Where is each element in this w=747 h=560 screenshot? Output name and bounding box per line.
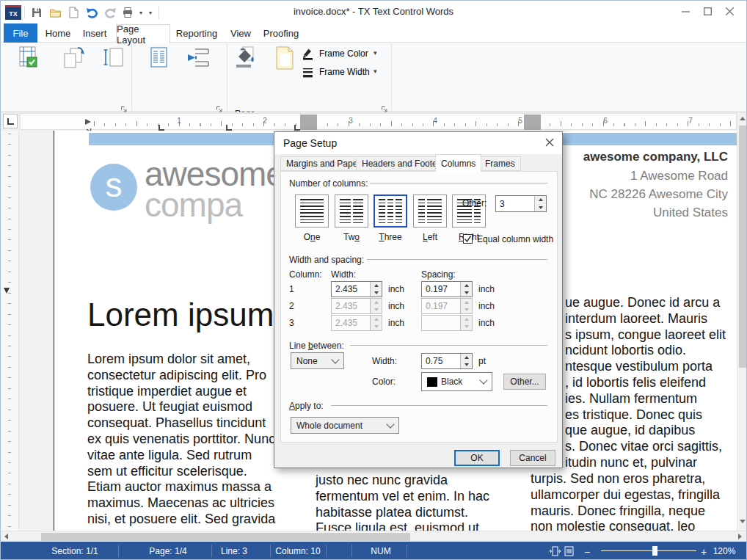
column1-width-spinner[interactable]: 2.435 xyxy=(331,281,382,297)
width-unit: inch xyxy=(388,301,404,311)
equal-column-width-checkbox[interactable] xyxy=(463,234,473,244)
status-separator xyxy=(351,545,352,557)
status-separator xyxy=(211,545,212,557)
columns-preset-three[interactable] xyxy=(374,194,407,228)
zoom-slider-thumb[interactable] xyxy=(652,546,657,556)
dialog-title-bar[interactable]: Page Setup xyxy=(274,132,562,154)
line-color-dropdown[interactable]: Black xyxy=(421,372,492,391)
spacing-unit: inch xyxy=(478,318,495,328)
tab-reporting[interactable]: Reporting xyxy=(173,24,220,43)
close-button[interactable] xyxy=(718,3,740,19)
maximize-button[interactable] xyxy=(696,3,718,19)
columns-preset-one[interactable] xyxy=(295,194,329,228)
scroll-up-icon[interactable] xyxy=(740,117,746,120)
status-column: Column: 10 xyxy=(275,546,320,556)
scroll-down-icon[interactable] xyxy=(740,520,746,523)
status-num-lock: NUM xyxy=(371,546,390,556)
frame-width-icon[interactable] xyxy=(302,66,314,81)
tab-proofing[interactable]: Proofing xyxy=(260,24,302,43)
columns-preset-two[interactable] xyxy=(335,194,368,228)
scroll-left-icon[interactable] xyxy=(4,534,8,539)
zoom-slider-track[interactable] xyxy=(601,550,696,551)
ruler-number: 5 xyxy=(518,117,522,125)
ribbon-group-separator xyxy=(131,43,132,111)
columns-ribbon-icon[interactable] xyxy=(147,46,170,73)
window-title: invoice.docx* - TX Text Control Words xyxy=(1,6,746,17)
tab-file[interactable]: File xyxy=(4,23,37,43)
apply-to-dropdown[interactable]: Whole document xyxy=(291,417,399,434)
ribbon: Margins Orientation ▾ Size ▾ Page Setup … xyxy=(1,43,746,112)
spin-down-icon[interactable] xyxy=(535,204,546,212)
line-style-dropdown[interactable]: None xyxy=(291,352,344,369)
company-address-line: NC 28226 Awesome City xyxy=(589,187,728,202)
vertical-ruler[interactable] xyxy=(1,131,19,531)
columns-preset-left[interactable] xyxy=(413,194,447,228)
dialog-close-icon[interactable] xyxy=(545,138,554,149)
column-gap-marker xyxy=(300,114,317,130)
tab-stop-selector[interactable] xyxy=(3,114,18,128)
horizontal-ruler[interactable]: 1 2 3 4 5 6 7 xyxy=(20,113,737,130)
tab-stop-marker[interactable] xyxy=(226,125,232,131)
tab-home[interactable]: Home xyxy=(41,24,75,43)
company-name: awesome company, LLC xyxy=(583,150,728,164)
ruler-number: 2 xyxy=(263,117,267,125)
column-number: 3 xyxy=(289,318,294,328)
orientation-icon[interactable] xyxy=(62,46,85,73)
ok-button[interactable]: OK xyxy=(454,450,500,466)
column-gap-marker xyxy=(524,114,541,130)
page-color-icon[interactable] xyxy=(233,46,258,73)
frame-color-icon[interactable] xyxy=(302,48,314,63)
fit-page-icon[interactable] xyxy=(564,546,574,559)
frame-width-dropdown-icon[interactable]: ▾ xyxy=(374,68,377,75)
zoom-in-button[interactable]: + xyxy=(701,546,707,558)
tab-stop-marker[interactable] xyxy=(158,125,164,131)
size-icon[interactable] xyxy=(103,46,125,73)
minimize-button[interactable] xyxy=(674,3,696,19)
frame-icon[interactable] xyxy=(274,46,296,73)
scroll-right-icon[interactable] xyxy=(738,534,742,539)
column3-spacing-spinner xyxy=(421,315,473,331)
tab-page-layout[interactable]: Page Layout xyxy=(116,24,170,43)
title-bar: TX ▾ ▾ invoice.docx* - TX Text Control W… xyxy=(1,1,746,23)
document-column-2: justo nec nunc gravida fermentum vel et … xyxy=(316,473,489,531)
column1-spacing-spinner[interactable]: 0.197 xyxy=(421,281,473,297)
tab-view[interactable]: View xyxy=(225,24,257,43)
dialog-tab-margins-paper[interactable]: Margins and Paper xyxy=(280,156,366,171)
other-columns-spinner[interactable]: 3 xyxy=(495,195,547,212)
spacing-unit: inch xyxy=(478,284,495,294)
vertical-scrollbar-thumb[interactable] xyxy=(739,126,747,368)
ruler-number: 7 xyxy=(688,117,693,125)
other-color-button[interactable]: Other... xyxy=(503,374,546,390)
ribbon-tab-row: File Home Insert Page Layout Reporting V… xyxy=(1,23,746,43)
breaks-icon[interactable] xyxy=(186,46,210,73)
horizontal-scrollbar-thumb[interactable] xyxy=(41,533,410,541)
document-column-3-lower: turpis. Sed non eros pharetra, ullamcorp… xyxy=(531,471,720,531)
dialog-tab-frames[interactable]: Frames xyxy=(479,156,521,171)
frame-color-button[interactable]: Frame Color xyxy=(319,48,368,59)
chevron-down-icon xyxy=(386,420,394,428)
frame-color-dropdown-icon[interactable]: ▾ xyxy=(374,49,377,57)
dialog-title: Page Setup xyxy=(283,137,337,149)
frame-width-button[interactable]: Frame Width xyxy=(319,67,370,77)
margins-icon[interactable] xyxy=(17,46,39,73)
tab-stop-marker[interactable] xyxy=(294,125,300,131)
ruler-row: 1 2 3 4 5 6 7 xyxy=(1,112,737,131)
horizontal-scrollbar[interactable] xyxy=(1,531,747,542)
tab-insert[interactable]: Insert xyxy=(77,24,112,43)
line-width-spinner[interactable]: 0.75 xyxy=(421,353,473,369)
vertical-scrollbar[interactable] xyxy=(737,112,747,531)
fit-width-icon[interactable] xyxy=(550,546,561,559)
logo-word-2: compa xyxy=(145,185,242,225)
company-address-line: United States xyxy=(653,206,728,220)
preset-preview xyxy=(379,199,385,223)
ribbon-group-separator xyxy=(227,43,227,111)
zoom-out-button[interactable]: − xyxy=(584,546,590,558)
dialog-tab-columns[interactable]: Columns xyxy=(435,154,481,172)
spin-up-icon[interactable] xyxy=(535,196,546,204)
spacing-header: Spacing: xyxy=(421,269,456,280)
cancel-button[interactable]: Cancel xyxy=(510,450,555,466)
column-header: Column: xyxy=(289,269,322,280)
status-separator xyxy=(270,545,271,557)
line-width-label: Width: xyxy=(372,356,397,366)
vertical-ruler-marker[interactable] xyxy=(4,284,10,297)
